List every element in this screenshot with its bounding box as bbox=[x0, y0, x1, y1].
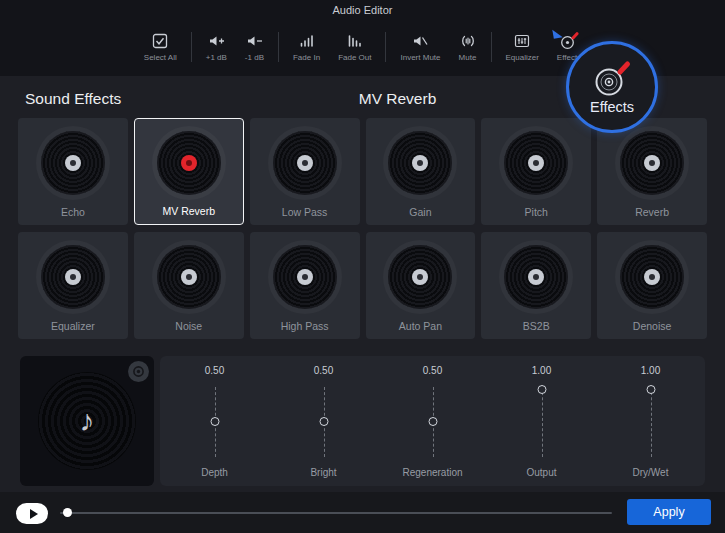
param-label: Depth bbox=[201, 467, 228, 478]
toolbar-label: -1 dB bbox=[245, 53, 264, 62]
play-button[interactable] bbox=[16, 503, 48, 524]
effects-callout-label: Effects bbox=[590, 99, 634, 115]
param-slider[interactable] bbox=[645, 385, 657, 459]
equalizer-icon bbox=[513, 32, 531, 50]
fade-out-icon bbox=[346, 32, 364, 50]
play-icon bbox=[30, 509, 38, 519]
playback-progress-slider[interactable] bbox=[60, 512, 612, 514]
effect-tile-label: BS2B bbox=[481, 320, 591, 332]
param-label: Regeneration bbox=[402, 467, 462, 478]
param-bright: 0.50 Bright bbox=[269, 356, 378, 486]
vinyl-record-icon bbox=[620, 131, 684, 195]
playback-progress-thumb[interactable] bbox=[63, 508, 72, 517]
effect-tile-label: MV Reverb bbox=[135, 205, 243, 217]
slider-thumb[interactable] bbox=[646, 385, 655, 394]
toolbar-label: Mute bbox=[459, 53, 477, 62]
effect-tile-bs2b[interactable]: BS2B bbox=[481, 232, 591, 339]
toolbar-label: Equalizer bbox=[506, 53, 539, 62]
callout-arrow-icon bbox=[552, 28, 562, 38]
toolbar-label: Select All bbox=[144, 53, 177, 62]
volume-minus-icon bbox=[245, 32, 263, 50]
invert-mute-icon bbox=[411, 32, 429, 50]
effect-tile-label: Pitch bbox=[481, 206, 591, 218]
toolbar-button-equalizer[interactable]: Equalizer bbox=[497, 32, 548, 62]
toolbar-separator bbox=[278, 32, 279, 62]
audio-editor-window: Audio Editor Select All +1 dB -1 dB bbox=[0, 0, 725, 533]
toolbar-button-invert-mute[interactable]: Invert Mute bbox=[391, 32, 449, 62]
param-value: 0.50 bbox=[423, 365, 442, 376]
vinyl-record-icon bbox=[504, 245, 568, 309]
toolbar-button-fade-out[interactable]: Fade Out bbox=[329, 32, 380, 62]
toolbar-separator bbox=[191, 32, 192, 62]
param-slider[interactable] bbox=[427, 385, 439, 459]
slider-thumb[interactable] bbox=[428, 417, 437, 426]
param-value: 0.50 bbox=[205, 365, 224, 376]
toolbar-button-plus-1db[interactable]: +1 dB bbox=[197, 32, 236, 62]
effects-grid: Echo MV Reverb Low Pass Gain Pitch Rever… bbox=[18, 118, 707, 339]
slider-thumb[interactable] bbox=[537, 385, 546, 394]
effect-tile-label: Noise bbox=[134, 320, 244, 332]
effect-tile-label: Echo bbox=[18, 206, 128, 218]
effect-tile-label: High Pass bbox=[250, 320, 360, 332]
toolbar-label: Invert Mute bbox=[400, 53, 440, 62]
vinyl-record-icon bbox=[388, 131, 452, 195]
vinyl-record-icon bbox=[157, 131, 221, 195]
vinyl-record-icon bbox=[157, 245, 221, 309]
param-slider[interactable] bbox=[536, 385, 548, 459]
effect-tile-high-pass[interactable]: High Pass bbox=[250, 232, 360, 339]
param-slider[interactable] bbox=[318, 385, 330, 459]
vinyl-record-icon bbox=[388, 245, 452, 309]
toolbar-label: Fade In bbox=[293, 53, 320, 62]
toolbar-label: Fade Out bbox=[338, 53, 371, 62]
toolbar-button-fade-in[interactable]: Fade In bbox=[284, 32, 329, 62]
param-dry-wet: 1.00 Dry/Wet bbox=[596, 356, 705, 486]
toolbar-separator bbox=[491, 32, 492, 62]
effect-tile-label: Reverb bbox=[597, 206, 707, 218]
param-depth: 0.50 Depth bbox=[160, 356, 269, 486]
toolbar-separator bbox=[385, 32, 386, 62]
slider-thumb[interactable] bbox=[210, 417, 219, 426]
vinyl-record-icon bbox=[273, 131, 337, 195]
effect-tile-reverb[interactable]: Reverb bbox=[597, 118, 707, 225]
param-slider[interactable] bbox=[209, 385, 221, 459]
param-value: 1.00 bbox=[532, 365, 551, 376]
vinyl-record-icon bbox=[273, 245, 337, 309]
effect-tile-denoise[interactable]: Denoise bbox=[597, 232, 707, 339]
selected-effect-title: MV Reverb bbox=[359, 90, 437, 108]
toolbar-label: +1 dB bbox=[206, 53, 227, 62]
vinyl-record-icon bbox=[504, 131, 568, 195]
effect-tile-label: Denoise bbox=[597, 320, 707, 332]
param-regeneration: 0.50 Regeneration bbox=[378, 356, 487, 486]
transport-bar: Apply bbox=[0, 492, 725, 533]
vinyl-record-icon bbox=[620, 245, 684, 309]
param-value: 1.00 bbox=[641, 365, 660, 376]
preview-record: ♪ bbox=[38, 372, 136, 470]
effect-parameters-panel: 0.50 Depth 0.50 Bright 0.50 Regeneration… bbox=[160, 356, 705, 486]
effect-tile-low-pass[interactable]: Low Pass bbox=[250, 118, 360, 225]
toolbar-button-mute[interactable]: Mute bbox=[450, 32, 486, 62]
param-output: 1.00 Output bbox=[487, 356, 596, 486]
app-title: Audio Editor bbox=[0, 4, 725, 16]
effect-tile-pitch[interactable]: Pitch bbox=[481, 118, 591, 225]
camera-icon[interactable] bbox=[128, 361, 149, 382]
effect-tile-auto-pan[interactable]: Auto Pan bbox=[366, 232, 476, 339]
sound-effects-title: Sound Effects bbox=[25, 90, 121, 108]
volume-plus-icon bbox=[207, 32, 225, 50]
param-value: 0.50 bbox=[314, 365, 333, 376]
effect-tile-equalizer[interactable]: Equalizer bbox=[18, 232, 128, 339]
effect-tile-echo[interactable]: Echo bbox=[18, 118, 128, 225]
effect-tile-label: Low Pass bbox=[250, 206, 360, 218]
apply-button[interactable]: Apply bbox=[627, 499, 711, 525]
effect-tile-mv-reverb[interactable]: MV Reverb bbox=[134, 118, 244, 225]
toolbar-button-select-all[interactable]: Select All bbox=[135, 32, 186, 62]
select-all-icon bbox=[151, 32, 169, 50]
mute-icon bbox=[459, 32, 477, 50]
effect-tile-gain[interactable]: Gain bbox=[366, 118, 476, 225]
music-note-icon: ♪ bbox=[80, 406, 95, 436]
vinyl-record-icon bbox=[41, 131, 105, 195]
slider-thumb[interactable] bbox=[319, 417, 328, 426]
vinyl-record-icon bbox=[41, 245, 105, 309]
toolbar-button-minus-1db[interactable]: -1 dB bbox=[236, 32, 273, 62]
fade-in-icon bbox=[298, 32, 316, 50]
effect-tile-noise[interactable]: Noise bbox=[134, 232, 244, 339]
